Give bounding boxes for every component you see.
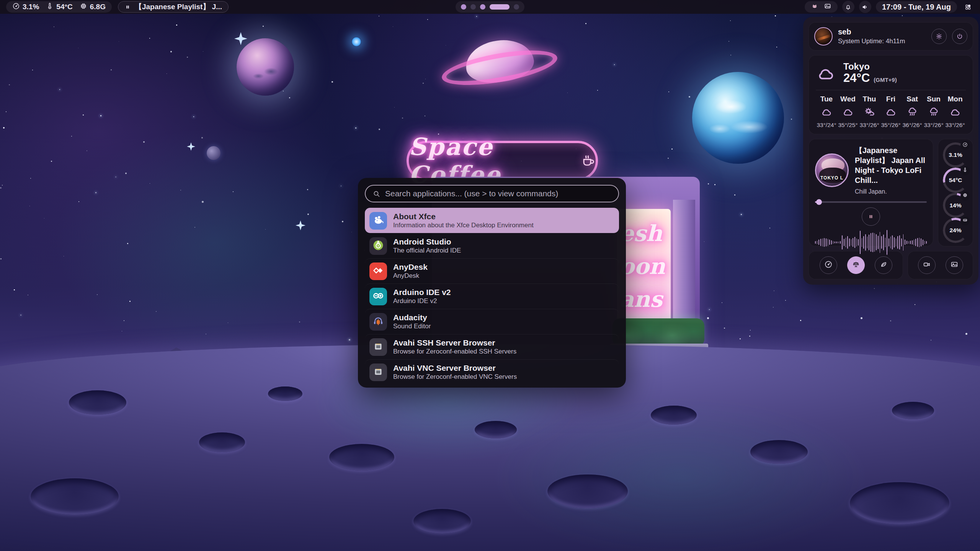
- app-list-item[interactable]: AnyDesk AnyDesk: [365, 258, 619, 284]
- waveform-bar: [883, 235, 884, 250]
- chip-icon: [80, 2, 87, 12]
- play-pause-button[interactable]: [862, 207, 880, 226]
- gauge-icon: [824, 260, 833, 270]
- now-playing-pill[interactable]: 【Japanese Playlist】 J...: [118, 1, 229, 13]
- notifications-button[interactable]: [842, 1, 854, 13]
- crater: [651, 406, 697, 425]
- image-icon: [950, 260, 959, 270]
- waveform-bar: [871, 233, 871, 252]
- waveform-bar: [865, 234, 866, 251]
- bright-blue-star: [351, 37, 361, 47]
- waveform-bar: [876, 234, 877, 250]
- volume-button[interactable]: [859, 1, 871, 13]
- stat-value: 6.8G: [90, 3, 106, 11]
- arduino-icon: [372, 289, 385, 304]
- app-list-item[interactable]: Audacity Sound Editor: [365, 309, 619, 334]
- app-list-item[interactable]: Android Studio The official Android IDE: [365, 233, 619, 258]
- media-progress[interactable]: [815, 201, 927, 203]
- user-card: seb System Uptime: 4h11m: [808, 22, 973, 51]
- waveform-bar: [838, 241, 839, 244]
- waveform-bar: [820, 239, 821, 246]
- forecast-day: Sat 36°/26°: [902, 95, 923, 129]
- weather-timezone: (GMT+9): [874, 77, 897, 83]
- app-description: AnyDesk: [393, 272, 428, 280]
- waveform-bar: [854, 237, 855, 248]
- app-list-item[interactable]: Avahi VNC Server Browser Browse for Zero…: [365, 359, 619, 385]
- top-bar-right: 17:09 - Tue, 19 Aug: [805, 1, 974, 13]
- avatar[interactable]: [814, 27, 833, 46]
- weather-header: Tokyo 24°C (GMT+9): [816, 62, 966, 85]
- power-button[interactable]: [952, 29, 967, 44]
- waveform-bar: [887, 230, 887, 254]
- app-description: Browse for Zeroconf-enabled VNC Servers: [393, 373, 517, 381]
- forecast-day: Thu 33°/26°: [859, 95, 880, 129]
- waveform-bar: [889, 238, 889, 246]
- app-description: Browse for Zeroconf-enabled SSH Servers: [393, 347, 516, 355]
- clock[interactable]: 17:09 - Tue, 19 Aug: [876, 1, 957, 13]
- cloud-icon: [816, 65, 837, 82]
- gauge-badge: [960, 141, 970, 150]
- progress-thumb[interactable]: [816, 199, 822, 205]
- app-name: Audacity: [393, 313, 431, 322]
- forecast-day: Fri 35°/26°: [880, 95, 902, 129]
- workspace-dot[interactable]: [470, 4, 476, 10]
- tray-item[interactable]: [811, 2, 818, 12]
- gauge-badge: [960, 166, 970, 175]
- waveform-bar: [894, 237, 895, 248]
- quick-toggle-button[interactable]: [820, 256, 837, 274]
- waveform-bar: [867, 236, 868, 248]
- app-list-item[interactable]: Arduino IDE v2 Arduino IDE v2: [365, 284, 619, 309]
- waveform-bar: [815, 241, 816, 244]
- divider: [816, 90, 966, 90]
- app-list-item[interactable]: Avahi SSH Server Browser Browse for Zero…: [365, 334, 619, 359]
- quick-toggle-button[interactable]: [847, 256, 865, 274]
- system-stat: 54°C: [46, 2, 72, 12]
- forecast-temps: 35°/26°: [881, 122, 900, 129]
- grid-icon: [964, 3, 972, 11]
- settings-button[interactable]: [931, 29, 947, 44]
- cat-icon: [811, 2, 818, 12]
- earth-planet: [692, 72, 784, 164]
- app-name: Android Studio: [393, 237, 461, 246]
- quick-settings-left: [808, 251, 903, 279]
- search-input[interactable]: [385, 189, 611, 198]
- quick-action-button[interactable]: [918, 256, 936, 274]
- stat-value: 54°C: [56, 3, 72, 11]
- system-stats-group: 3.1% 54°C 6.8G: [6, 1, 112, 13]
- workspace-dot[interactable]: [480, 4, 485, 10]
- workspace-dot[interactable]: [490, 4, 510, 10]
- chip-icon: [962, 192, 968, 199]
- waveform-bar: [853, 238, 853, 247]
- workspace-dot[interactable]: [514, 4, 519, 10]
- waveform-bar: [822, 238, 823, 246]
- launcher-search[interactable]: [365, 185, 619, 202]
- media-player-card: TOKYO L 【Japanese Playlist】 Japan All Ni…: [808, 139, 933, 246]
- app-launcher: About Xfce Information about the Xfce De…: [358, 178, 626, 388]
- sun-cloud-icon: [863, 106, 875, 119]
- quick-action-button[interactable]: [946, 256, 963, 274]
- app-description: The official Android IDE: [393, 246, 461, 254]
- waveform-bar: [878, 236, 879, 249]
- tray-group: [805, 1, 838, 13]
- album-art[interactable]: TOKYO L: [815, 153, 849, 187]
- small-moon: [207, 146, 220, 160]
- tray-item[interactable]: [824, 2, 831, 12]
- camera-icon: [923, 260, 931, 270]
- quick-toggle-button[interactable]: [875, 256, 892, 274]
- waveform-bar: [915, 239, 916, 246]
- waveform-bar: [880, 232, 880, 253]
- crater: [750, 440, 808, 464]
- gauge-badge: [960, 216, 970, 225]
- app-list-item[interactable]: About Xfce Information about the Xfce De…: [365, 208, 619, 233]
- app-description: Information about the Xfce Desktop Envir…: [393, 221, 534, 229]
- media-subtitle: Chill Japan.: [855, 188, 927, 195]
- gauge-badge: [960, 191, 970, 201]
- waveform-bar: [912, 240, 913, 245]
- workspace-dot[interactable]: [461, 4, 466, 10]
- rain-icon: [906, 106, 918, 119]
- waveform-bar: [905, 240, 905, 245]
- progress-track[interactable]: [815, 201, 927, 203]
- waveform-bar: [901, 238, 902, 246]
- album-art-text: TOKYO L: [816, 175, 848, 181]
- overview-button[interactable]: [962, 1, 974, 13]
